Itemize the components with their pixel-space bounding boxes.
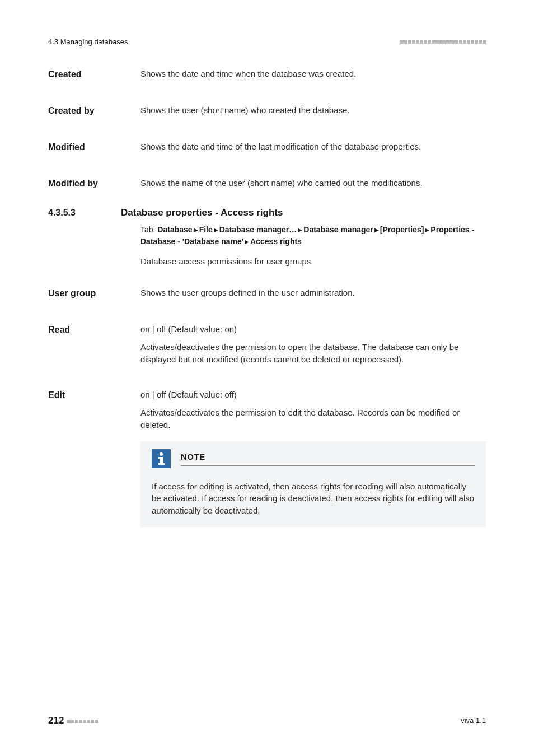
term-label: Modified (48, 127, 140, 153)
breadcrumb-part: Database (157, 225, 192, 234)
option-on: on (140, 324, 150, 334)
term-description: Shows the date and time when the databas… (140, 68, 486, 81)
note-body: If access for editing is activated, then… (152, 480, 475, 517)
breadcrumb-part: Database manager (303, 225, 373, 234)
term-label: Created (48, 68, 140, 81)
footer-version: viva 1.1 (461, 716, 486, 726)
breadcrumb-part: [Properties] (380, 225, 424, 234)
footer-ornament (67, 720, 98, 723)
note-header: NOTE (152, 441, 475, 472)
default-close: ) (234, 390, 237, 399)
section-intro: Database access permissions for user gro… (140, 255, 486, 268)
note-underline (181, 465, 475, 466)
svg-rect-3 (158, 463, 165, 465)
section-heading: 4.3.5.3 Database properties - Access rig… (48, 206, 486, 220)
section-title: Database properties - Access rights (121, 206, 283, 220)
header-ornament (400, 40, 486, 44)
chevron-right-icon: ▶ (424, 227, 430, 233)
term-description: Shows the date and time of the last modi… (140, 127, 486, 153)
term-label: Created by (48, 91, 140, 117)
option-line: on | off (Default value: on) (140, 323, 486, 335)
definition-modified: Modified Shows the date and time of the … (48, 127, 486, 153)
default-label: (Default value: (166, 324, 224, 334)
info-icon (152, 449, 171, 468)
definition-modified-by: Modified by Shows the name of the user (… (48, 164, 486, 190)
breadcrumb-prefix: Tab: (140, 225, 157, 234)
breadcrumb-part: Access rights (250, 237, 302, 246)
breadcrumb: Tab: Database▶File▶Database manager…▶Dat… (140, 224, 486, 248)
chevron-right-icon: ▶ (213, 227, 219, 233)
option-description: Activates/deactivates the permission to … (140, 341, 486, 366)
chevron-right-icon: ▶ (297, 227, 303, 233)
chevron-right-icon: ▶ (193, 227, 199, 233)
breadcrumb-part: File (199, 225, 213, 234)
option-off: off (157, 324, 166, 334)
page-footer: 212 viva 1.1 (48, 714, 486, 728)
option-line: on | off (Default value: off) (140, 389, 486, 401)
definition-edit: Edit on | off (Default value: off) Activ… (48, 375, 486, 431)
note-title-wrap: NOTE (181, 451, 475, 466)
term-body: on | off (Default value: on) Activates/d… (140, 310, 486, 365)
note-box: NOTE If access for editing is activated,… (140, 441, 486, 527)
definition-user-group: User group Shows the user groups defined… (48, 273, 486, 300)
default-label: (Default value: (166, 390, 224, 399)
note-title: NOTE (181, 451, 475, 463)
term-description: Shows the name of the user (short name) … (140, 164, 486, 190)
page-number: 212 (48, 714, 64, 728)
option-description: Activates/deactivates the permission to … (140, 407, 486, 431)
option-off: off (157, 390, 166, 399)
default-close: ) (234, 324, 237, 334)
default-value: off (224, 390, 233, 399)
option-sep: | (150, 390, 157, 399)
section-number: 4.3.5.3 (48, 206, 121, 219)
svg-point-0 (160, 452, 163, 456)
option-on: on (140, 390, 150, 399)
term-description: Shows the user (short name) who created … (140, 91, 486, 117)
definition-created-by: Created by Shows the user (short name) w… (48, 91, 486, 117)
footer-left: 212 (48, 714, 98, 728)
breadcrumb-part: Database manager… (219, 225, 297, 234)
term-description: Shows the user groups defined in the use… (140, 273, 486, 300)
page-header: 4.3 Managing databases (48, 37, 486, 48)
term-label: Edit (48, 375, 140, 431)
term-label: Read (48, 310, 140, 365)
option-sep: | (150, 324, 157, 334)
term-label: Modified by (48, 164, 140, 190)
default-value: on (224, 324, 234, 334)
header-section-label: 4.3 Managing databases (48, 37, 128, 48)
term-label: User group (48, 273, 140, 300)
definition-created: Created Shows the date and time when the… (48, 68, 486, 81)
definition-read: Read on | off (Default value: on) Activa… (48, 310, 486, 365)
chevron-right-icon: ▶ (243, 239, 250, 245)
chevron-right-icon: ▶ (373, 227, 380, 233)
term-body: on | off (Default value: off) Activates/… (140, 375, 486, 431)
